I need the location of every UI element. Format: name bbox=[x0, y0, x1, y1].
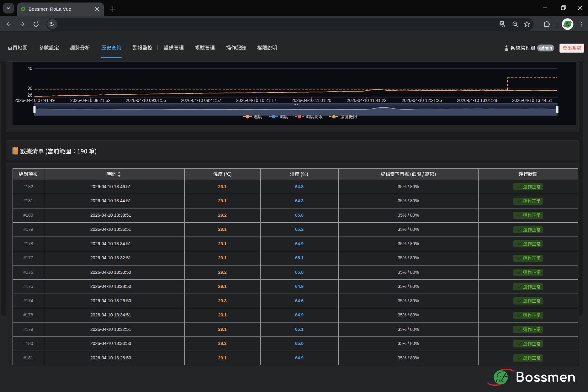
svg-text:2026-04-10 11:01:20: 2026-04-10 11:01:20 bbox=[291, 98, 331, 103]
svg-text:2026-04-10 07:41:49: 2026-04-10 07:41:49 bbox=[14, 98, 55, 103]
svg-text:2026-04-10 11:41:22: 2026-04-10 11:41:22 bbox=[347, 98, 386, 103]
svg-text:2026-04-10 08:21:52: 2026-04-10 08:21:52 bbox=[70, 98, 110, 103]
svg-text:2026-04-10 13:44:51: 2026-04-10 13:44:51 bbox=[512, 98, 552, 103]
svg-text:2026-04-10 09:41:57: 2026-04-10 09:41:57 bbox=[181, 98, 221, 103]
svg-text:30: 30 bbox=[27, 86, 32, 91]
svg-text:2026-04-10 10:21:17: 2026-04-10 10:21:17 bbox=[236, 98, 276, 103]
svg-text:2026-04-10 09:01:55: 2026-04-10 09:01:55 bbox=[126, 98, 166, 103]
svg-text:26: 26 bbox=[27, 93, 32, 98]
svg-text:2026-04-10 12:21:25: 2026-04-10 12:21:25 bbox=[402, 98, 442, 103]
svg-text:40: 40 bbox=[27, 66, 32, 71]
svg-text:2026-04-10 13:01:28: 2026-04-10 13:01:28 bbox=[457, 98, 497, 103]
